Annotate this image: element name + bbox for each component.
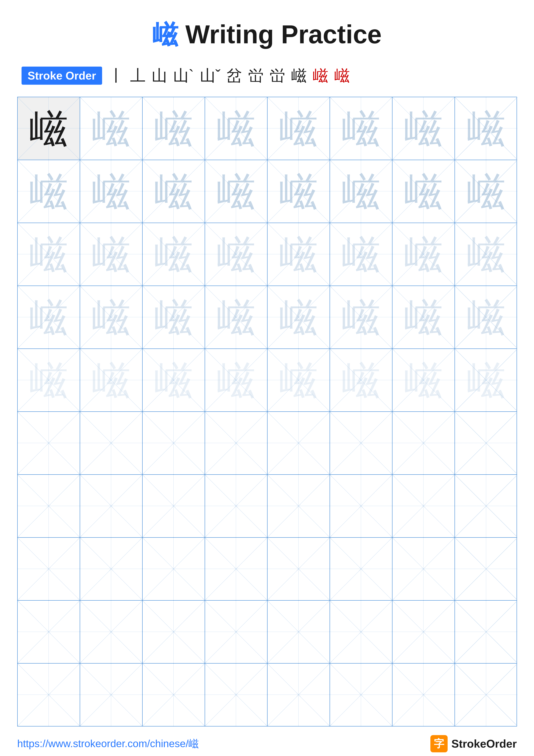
- grid-cell-10-8[interactable]: [455, 663, 518, 726]
- grid-cell-6-2[interactable]: [80, 412, 142, 474]
- grid-cell-1-5: 嵫: [267, 97, 330, 160]
- char-ghost: 嵫: [404, 361, 443, 399]
- grid-row-5: 嵫 嵫 嵫 嵫 嵫 嵫 嵫: [18, 349, 517, 412]
- char-ghost: 嵫: [467, 298, 506, 337]
- grid-cell-6-1[interactable]: [18, 412, 80, 474]
- grid-cell-7-1[interactable]: [18, 475, 80, 537]
- char-ghost: 嵫: [404, 298, 443, 337]
- grid-cell-6-6[interactable]: [330, 412, 393, 474]
- grid-cell-10-4[interactable]: [205, 663, 267, 726]
- char-ghost: 嵫: [342, 235, 380, 274]
- grid-cell-1-7: 嵫: [393, 97, 455, 160]
- char-ghost: 嵫: [279, 361, 318, 399]
- grid-cell-8-1[interactable]: [18, 538, 80, 600]
- grid-cell-7-8[interactable]: [455, 475, 518, 537]
- grid-cell-9-3[interactable]: [142, 601, 205, 663]
- grid-cell-9-8[interactable]: [455, 601, 518, 663]
- grid-cell-8-7[interactable]: [393, 538, 455, 600]
- char-ghost: 嵫: [154, 109, 193, 148]
- grid-cell-7-2[interactable]: [80, 475, 142, 537]
- char-ghost: 嵫: [279, 235, 318, 274]
- grid-cell-4-6: 嵫: [330, 286, 393, 348]
- char-ghost: 嵫: [279, 298, 318, 337]
- stroke-chars: 丨 丄 山 山` 山ˇ 岔 峃 峃 嵫 嵫 嵫: [109, 65, 350, 86]
- grid-cell-5-6: 嵫: [330, 349, 393, 411]
- grid-cell-9-6[interactable]: [330, 601, 393, 663]
- grid-cell-7-6[interactable]: [330, 475, 393, 537]
- char-ghost: 嵫: [404, 109, 443, 148]
- grid-cell-7-7[interactable]: [393, 475, 455, 537]
- grid-cell-8-8[interactable]: [455, 538, 518, 600]
- grid-cell-1-3: 嵫: [142, 97, 205, 160]
- char-ghost: 嵫: [217, 172, 255, 211]
- stroke-8: 峃: [270, 65, 285, 86]
- stroke-5: 山ˇ: [200, 65, 220, 86]
- grid-cell-5-8: 嵫: [455, 349, 518, 411]
- stroke-6: 岔: [227, 65, 242, 86]
- grid-row-3: 嵫 嵫 嵫 嵫 嵫 嵫 嵫: [18, 223, 517, 286]
- char-ghost: 嵫: [467, 109, 506, 148]
- grid-cell-4-5: 嵫: [267, 286, 330, 348]
- page-title: 嵫 Writing Practice: [152, 17, 382, 52]
- grid-row-8: [18, 538, 517, 601]
- char-ghost: 嵫: [217, 298, 255, 337]
- grid-cell-7-5[interactable]: [267, 475, 330, 537]
- grid-row-7: [18, 475, 517, 538]
- grid-cell-3-5: 嵫: [267, 223, 330, 285]
- char-ghost: 嵫: [217, 235, 255, 274]
- grid-cell-1-8: 嵫: [455, 97, 518, 160]
- grid-cell-8-3[interactable]: [142, 538, 205, 600]
- grid-cell-7-3[interactable]: [142, 475, 205, 537]
- grid-cell-9-5[interactable]: [267, 601, 330, 663]
- title-text: Writing Practice: [185, 20, 381, 49]
- grid-cell-2-2: 嵫: [80, 160, 142, 223]
- footer: https://www.strokeorder.com/chinese/嵫 字 …: [17, 726, 517, 752]
- char-ghost: 嵫: [154, 361, 193, 399]
- grid-cell-9-2[interactable]: [80, 601, 142, 663]
- grid-cell-1-2: 嵫: [80, 97, 142, 160]
- grid-cell-9-7[interactable]: [393, 601, 455, 663]
- stroke-2: 丄: [130, 65, 146, 86]
- char-ghost: 嵫: [342, 298, 380, 337]
- grid-row-1: 嵫 嵫 嵫 嵫 嵫 嵫 嵫: [18, 97, 517, 160]
- grid-cell-8-6[interactable]: [330, 538, 393, 600]
- char-ghost: 嵫: [154, 235, 193, 274]
- char-ghost: 嵫: [342, 172, 380, 211]
- char-ghost: 嵫: [404, 235, 443, 274]
- char-ghost: 嵫: [467, 235, 506, 274]
- grid-cell-2-1: 嵫: [18, 160, 80, 223]
- footer-brand: 字 StrokeOrder: [430, 735, 517, 752]
- stroke-1: 丨: [109, 65, 124, 86]
- char-ghost: 嵫: [29, 298, 68, 337]
- grid-cell-8-2[interactable]: [80, 538, 142, 600]
- grid-cell-6-3[interactable]: [142, 412, 205, 474]
- grid-cell-10-5[interactable]: [267, 663, 330, 726]
- brand-name: StrokeOrder: [451, 737, 517, 750]
- grid-cell-8-4[interactable]: [205, 538, 267, 600]
- grid-cell-6-4[interactable]: [205, 412, 267, 474]
- grid-cell-8-5[interactable]: [267, 538, 330, 600]
- grid-cell-10-2[interactable]: [80, 663, 142, 726]
- grid-cell-7-4[interactable]: [205, 475, 267, 537]
- grid-cell-10-3[interactable]: [142, 663, 205, 726]
- title-char: 嵫: [152, 20, 178, 49]
- grid-cell-6-7[interactable]: [393, 412, 455, 474]
- grid-cell-1-6: 嵫: [330, 97, 393, 160]
- stroke-10: 嵫: [313, 65, 328, 86]
- grid-row-4: 嵫 嵫 嵫 嵫 嵫 嵫 嵫: [18, 286, 517, 349]
- grid-row-2: 嵫 嵫 嵫 嵫 嵫 嵫 嵫: [18, 160, 517, 223]
- grid-cell-3-3: 嵫: [142, 223, 205, 285]
- brand-icon: 字: [430, 735, 447, 752]
- grid-cell-10-1[interactable]: [18, 663, 80, 726]
- grid-cell-9-1[interactable]: [18, 601, 80, 663]
- grid-cell-9-4[interactable]: [205, 601, 267, 663]
- grid-cell-1-1: 嵫: [18, 97, 80, 160]
- grid-cell-6-5[interactable]: [267, 412, 330, 474]
- grid-cell-2-6: 嵫: [330, 160, 393, 223]
- grid-cell-10-7[interactable]: [393, 663, 455, 726]
- grid-cell-10-6[interactable]: [330, 663, 393, 726]
- char-ghost: 嵫: [29, 361, 68, 399]
- footer-url[interactable]: https://www.strokeorder.com/chinese/嵫: [17, 737, 199, 751]
- grid-cell-6-8[interactable]: [455, 412, 518, 474]
- grid-cell-4-3: 嵫: [142, 286, 205, 348]
